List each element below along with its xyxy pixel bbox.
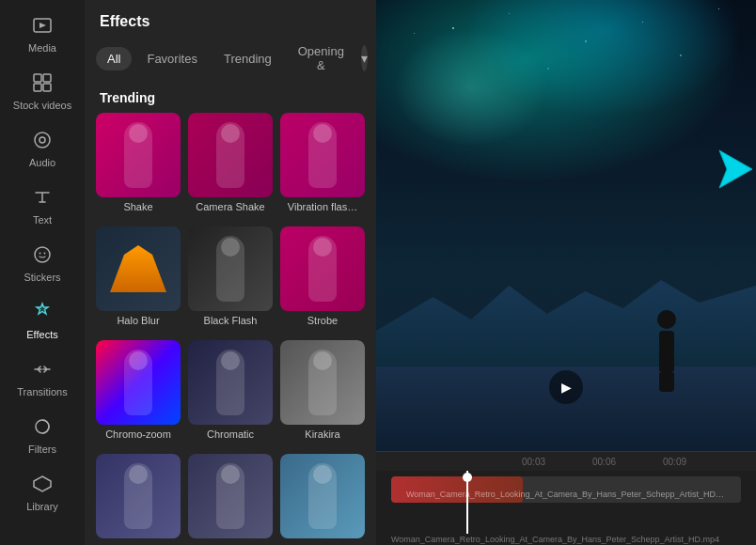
effect-item-row4a[interactable] xyxy=(96,454,181,545)
audio-icon xyxy=(32,130,53,153)
effect-thumb-chromo-zoom xyxy=(96,340,181,425)
timeline-bottom: Woman_Camera_Retro_Looking_At_Camera_By_… xyxy=(376,534,756,545)
sidebar-item-text[interactable]: Text xyxy=(5,179,80,233)
playhead-head xyxy=(463,473,472,482)
library-icon xyxy=(32,474,53,497)
effect-label-kirakira: Kirakira xyxy=(305,428,339,440)
ruler-mark-2: 00:06 xyxy=(592,457,616,467)
effect-thumb-strobe xyxy=(280,226,365,311)
effects-panel: Effects All Favorites Trending Opening &… xyxy=(85,0,376,545)
effect-label-strobe: Strobe xyxy=(307,315,338,326)
playhead xyxy=(466,471,468,534)
effect-thumb-row4c xyxy=(280,454,365,538)
sidebar-item-audio[interactable]: Audio xyxy=(5,122,80,176)
sidebar-item-label-library: Library xyxy=(26,501,58,512)
svg-rect-1 xyxy=(34,74,41,82)
filter-tabs-row: All Favorites Trending Opening & ▾ xyxy=(85,39,376,86)
filters-icon xyxy=(32,416,53,440)
effect-item-black-flash[interactable]: Black Flash xyxy=(188,226,273,333)
sidebar-item-stock-videos[interactable]: Stock videos xyxy=(5,65,80,118)
effect-thumb-row4a xyxy=(96,454,181,538)
panel-title: Effects xyxy=(85,0,376,39)
sidebar-item-stickers[interactable]: Stickers xyxy=(5,237,80,290)
play-icon: ▶ xyxy=(561,380,572,395)
sidebar-item-label-audio: Audio xyxy=(29,157,55,168)
effect-thumb-halo xyxy=(96,226,181,311)
play-button[interactable]: ▶ xyxy=(549,370,583,404)
sidebar-item-filters[interactable]: Filters xyxy=(5,409,80,462)
svg-point-6 xyxy=(39,137,45,143)
effect-item-shake[interactable]: Shake xyxy=(96,113,181,219)
tab-trending[interactable]: Trending xyxy=(213,47,283,70)
svg-rect-2 xyxy=(43,74,51,82)
effect-thumb-camera-shake xyxy=(188,113,273,197)
sidebar-item-label-media: Media xyxy=(28,42,56,54)
timeline-filename: Woman_Camera_Retro_Looking_At_Camera_By_… xyxy=(399,488,733,501)
effect-thumb-kirakira xyxy=(280,340,365,425)
effect-label-black-flash: Black Flash xyxy=(204,315,258,326)
transitions-icon xyxy=(32,359,53,382)
sidebar-item-library[interactable]: Library xyxy=(5,466,80,520)
svg-marker-11 xyxy=(719,150,752,188)
timeline-bottom-filename: Woman_Camera_Retro_Looking_At_Camera_By_… xyxy=(391,535,719,544)
effect-thumb-row4b xyxy=(188,454,273,538)
effects-icon xyxy=(32,302,53,325)
stock-videos-icon xyxy=(32,72,53,96)
effect-item-camera-shake[interactable]: Camera Shake xyxy=(188,113,273,219)
effect-thumb-shake xyxy=(96,113,181,197)
svg-rect-4 xyxy=(43,84,51,91)
ruler-mark-3: 00:09 xyxy=(663,457,686,467)
effects-grid: Shake Camera Shake Vibration flas… Halo … xyxy=(85,113,376,545)
effect-thumb-black-flash xyxy=(188,226,273,311)
effect-label-chromatic: Chromatic xyxy=(207,428,254,440)
sidebar-item-label-stickers: Stickers xyxy=(24,272,60,283)
effect-label-halo: Halo Blur xyxy=(117,315,159,326)
media-icon xyxy=(32,15,53,39)
timeline: 00:03 00:06 00:09 Woman_Camera_Retro_Loo… xyxy=(376,451,756,545)
sidebar-item-label-transitions: Transitions xyxy=(17,386,67,397)
sidebar-item-label-filters: Filters xyxy=(28,444,56,455)
filter-more-button[interactable]: ▾ xyxy=(361,45,368,71)
tab-opening[interactable]: Opening & xyxy=(287,39,355,77)
effect-label-shake: Shake xyxy=(123,201,152,212)
aurora-effect xyxy=(376,0,756,293)
timeline-track: Woman_Camera_Retro_Looking_At_Camera_By_… xyxy=(391,476,741,503)
sidebar: Media Stock videos Audio Text xyxy=(0,0,85,545)
svg-point-8 xyxy=(39,253,41,255)
effect-item-chromatic[interactable]: Chromatic xyxy=(188,340,273,446)
effect-thumb-chromatic xyxy=(188,340,273,425)
tab-all[interactable]: All xyxy=(96,47,132,70)
timeline-ruler: 00:03 00:06 00:09 xyxy=(376,452,756,471)
tab-favorites[interactable]: Favorites xyxy=(135,47,208,70)
sidebar-item-media[interactable]: Media xyxy=(5,8,80,61)
section-title-trending: Trending xyxy=(85,86,376,113)
effect-item-strobe[interactable]: Strobe xyxy=(280,226,365,333)
text-icon xyxy=(32,187,53,210)
sidebar-item-effects[interactable]: Effects xyxy=(5,294,80,348)
effect-label-chromo-zoom: Chromo-zoom xyxy=(105,428,171,440)
sidebar-item-label-stock: Stock videos xyxy=(13,100,71,111)
stickers-icon xyxy=(32,244,53,268)
sidebar-item-label-text: Text xyxy=(33,214,52,226)
preview-area: ▶ xyxy=(376,0,756,451)
figure xyxy=(653,310,681,385)
svg-rect-3 xyxy=(34,84,41,91)
svg-point-9 xyxy=(44,253,46,255)
timeline-track-area: Woman_Camera_Retro_Looking_At_Camera_By_… xyxy=(376,471,756,534)
effect-label-camera-shake: Camera Shake xyxy=(196,201,264,212)
effect-item-chromo-zoom[interactable]: Chromo-zoom xyxy=(96,340,181,446)
effect-item-halo-blur[interactable]: Halo Blur xyxy=(96,226,181,333)
effect-item-row4c[interactable] xyxy=(280,454,365,545)
effect-item-kirakira[interactable]: Kirakira xyxy=(280,340,365,446)
effect-thumb-vibration xyxy=(280,113,365,197)
sidebar-item-label-effects: Effects xyxy=(26,329,57,340)
effect-label-vibration: Vibration flas… xyxy=(288,201,357,212)
svg-point-5 xyxy=(35,132,50,148)
right-area: ▶ 00:03 00:06 00:09 Woman_Camera_Retro_L… xyxy=(376,0,756,545)
ruler-mark-1: 00:03 xyxy=(522,457,545,467)
cursor-arrow xyxy=(710,146,756,196)
effect-item-vibration[interactable]: Vibration flas… xyxy=(280,113,365,219)
svg-point-7 xyxy=(35,247,50,262)
effect-item-row4b[interactable] xyxy=(188,454,273,545)
sidebar-item-transitions[interactable]: Transitions xyxy=(5,351,80,405)
